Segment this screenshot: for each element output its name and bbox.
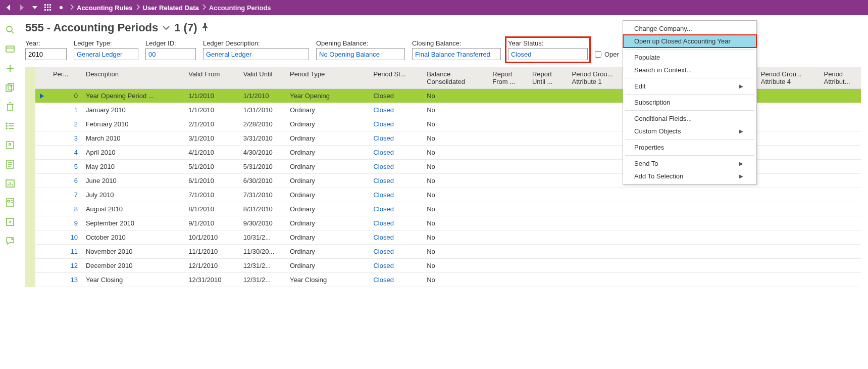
cell-desc: January 2010 <box>82 103 184 117</box>
col-period-status[interactable]: Period St... <box>369 67 423 89</box>
svg-marker-2 <box>32 6 37 9</box>
year-input[interactable] <box>25 48 67 60</box>
chat-icon[interactable] <box>0 232 20 251</box>
table-row[interactable]: 8August 20108/1/20108/31/2010OrdinaryClo… <box>35 202 861 216</box>
col-valid-until[interactable]: Valid Until <box>239 67 286 89</box>
opening-balance-input[interactable] <box>316 48 405 60</box>
menu-item[interactable]: Search in Context... <box>623 64 756 76</box>
row-marker[interactable] <box>35 89 49 103</box>
nav-dropdown-icon[interactable] <box>30 3 39 12</box>
panel-icon[interactable] <box>0 39 20 59</box>
col-period-attribute[interactable]: Period Attribut... <box>820 67 861 89</box>
menu-item[interactable]: Edit▶ <box>623 80 756 93</box>
row-marker[interactable] <box>35 188 49 202</box>
left-icon-rail <box>0 15 20 369</box>
table-row[interactable]: 7July 20107/1/20107/31/2010OrdinaryClose… <box>35 188 861 202</box>
svg-rect-9 <box>44 9 46 11</box>
row-marker[interactable] <box>35 103 49 117</box>
year-status-field: Year Status: <box>508 39 588 60</box>
row-marker[interactable] <box>35 216 49 230</box>
row-marker[interactable] <box>35 230 49 245</box>
table-row[interactable]: 9September 20109/1/20109/30/2010Ordinary… <box>35 216 861 230</box>
row-marker[interactable] <box>35 245 49 259</box>
row-marker[interactable] <box>35 273 49 287</box>
table-row[interactable]: 11November 201011/1/201011/30/20...Ordin… <box>35 245 861 259</box>
menu-item[interactable]: Open up Closed Accounting Year <box>623 35 756 48</box>
ledger-type-input[interactable] <box>74 48 138 60</box>
table-row[interactable]: 12December 201012/1/201012/31/2...Ordina… <box>35 259 861 273</box>
cell-desc: March 2010 <box>82 131 184 146</box>
ledger-desc-input[interactable] <box>203 48 309 60</box>
cell-desc: September 2010 <box>82 216 184 230</box>
menu-item[interactable]: Add To Selection▶ <box>623 170 756 182</box>
col-pg-attr4[interactable]: Period Grou... Attribute 4 <box>757 67 820 89</box>
row-marker[interactable] <box>35 146 49 160</box>
report-icon[interactable] <box>0 193 20 212</box>
chevron-down-icon[interactable] <box>162 24 170 32</box>
table-row[interactable]: 13Year Closing12/31/201012/31/2...Year C… <box>35 273 861 287</box>
breadcrumb-item[interactable]: Accounting Rules <box>77 4 133 12</box>
menu-item[interactable]: Properties <box>623 141 756 154</box>
notes-icon[interactable] <box>0 155 20 174</box>
ledger-desc-label: Ledger Description: <box>203 39 309 47</box>
cell-ru <box>528 230 568 245</box>
breadcrumb-root-dot-icon[interactable] <box>57 3 66 12</box>
cell-pstatus: Closed <box>369 117 423 131</box>
apps-grid-icon[interactable] <box>43 3 53 12</box>
list-icon[interactable] <box>0 116 20 135</box>
cell-ru <box>528 146 568 160</box>
menu-item[interactable]: Populate <box>623 51 756 64</box>
year-status-input[interactable] <box>508 48 588 60</box>
search-icon[interactable] <box>0 20 20 39</box>
svg-rect-15 <box>6 46 14 52</box>
breadcrumb-item-current[interactable]: Accounting Periods <box>209 4 271 12</box>
col-balance-consolidated[interactable]: Balance Consolidated <box>423 67 488 89</box>
chevron-right-icon: ▶ <box>739 83 743 89</box>
menu-item[interactable]: Change Company... <box>623 22 756 35</box>
ledger-id-input[interactable] <box>145 48 196 60</box>
breadcrumb-item[interactable]: User Related Data <box>143 4 199 12</box>
col-period-type[interactable]: Period Type <box>286 67 369 89</box>
delete-icon[interactable] <box>0 97 20 116</box>
row-marker[interactable] <box>35 202 49 216</box>
context-menu[interactable]: Change Company...Open up Closed Accounti… <box>623 20 757 184</box>
col-valid-from[interactable]: Valid From <box>184 67 239 89</box>
cell-ptype: Year Opening <box>286 89 369 103</box>
col-pg-attr1[interactable]: Period Grou... Attribute 1 <box>568 67 631 89</box>
col-period[interactable]: Per... <box>49 67 82 89</box>
chart-icon[interactable] <box>0 174 20 193</box>
cell-rf <box>488 245 528 259</box>
closing-balance-input[interactable] <box>412 48 501 60</box>
cell-period: 2 <box>49 117 82 131</box>
menu-item[interactable]: Subscription <box>623 96 756 109</box>
cell-until: 6/30/2010 <box>239 174 286 188</box>
cell-rf <box>488 259 528 273</box>
row-marker[interactable] <box>35 174 49 188</box>
cell-until: 10/31/2... <box>239 230 286 245</box>
open-flag-checkbox[interactable] <box>595 51 601 58</box>
row-marker[interactable] <box>35 131 49 146</box>
col-report-until[interactable]: Report Until ... <box>528 67 568 89</box>
nav-forward-button[interactable] <box>17 3 26 12</box>
menu-item[interactable]: Send To▶ <box>623 157 756 170</box>
menu-item[interactable]: Conditional Fields... <box>623 112 756 125</box>
cell-from: 1/1/2010 <box>184 103 239 117</box>
row-marker[interactable] <box>35 117 49 131</box>
menu-item[interactable]: Custom Objects▶ <box>623 125 756 137</box>
add-icon[interactable] <box>0 59 20 78</box>
open-flag-field[interactable]: Oper <box>595 48 619 60</box>
row-marker[interactable] <box>35 259 49 273</box>
export-icon[interactable] <box>0 135 20 155</box>
pin-icon[interactable] <box>201 23 209 33</box>
duplicate-icon[interactable] <box>0 78 20 97</box>
new-window-icon[interactable] <box>0 212 20 232</box>
col-report-from[interactable]: Report From ... <box>488 67 528 89</box>
row-marker[interactable] <box>35 160 49 174</box>
cell-from: 7/1/2010 <box>184 188 239 202</box>
nav-back-button[interactable] <box>4 3 13 12</box>
cell-pga1 <box>568 216 631 230</box>
cell-period: 5 <box>49 160 82 174</box>
table-row[interactable]: 10October 201010/1/201010/31/2...Ordinar… <box>35 230 861 245</box>
cell-pstatus: Closed <box>369 230 423 245</box>
col-description[interactable]: Description <box>82 67 184 89</box>
